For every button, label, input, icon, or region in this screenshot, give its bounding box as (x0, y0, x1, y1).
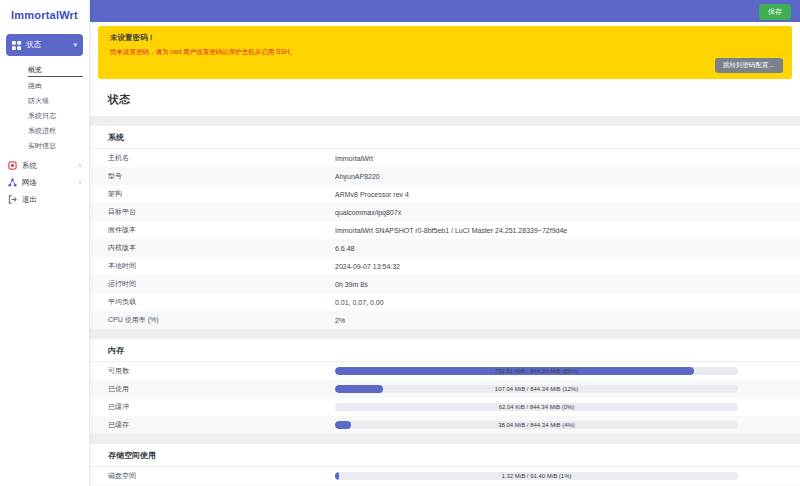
row-value: 0.01, 0.07, 0.00 (335, 299, 800, 306)
sidebar-item-processes[interactable]: 系统进程 (28, 123, 89, 138)
top-header-bar: 保存 (90, 0, 800, 22)
sidebar-group-system[interactable]: 系统 › (0, 157, 89, 174)
go-to-password-config-button[interactable]: 跳转到密码配置… (715, 58, 783, 73)
row-label: 内核版本 (108, 243, 335, 253)
row-value: 2% (335, 317, 800, 324)
row-value: ImmortalWrt (335, 155, 800, 162)
table-row: 已缓存 38.04 MiB / 844.34 MiB (4%) (90, 416, 800, 434)
status-submenu: 概览 路由 防火墙 系统日志 系统进程 实时信息 (0, 60, 89, 157)
row-label: 本地时间 (108, 261, 335, 271)
table-row: 本地时间 2024-09-07 13:54:32 (90, 257, 800, 275)
banner-title: 未设置密码！ (110, 33, 780, 43)
row-label: 可用数 (108, 366, 335, 376)
memory-section: 内存 可用数 752.51 MiB / 844.34 MiB (89%) 已使用… (90, 339, 800, 434)
status-dashboard-icon (12, 41, 21, 50)
sidebar-logout[interactable]: 退出 (0, 191, 89, 208)
row-value: 0h 39m 8s (335, 281, 800, 288)
sidebar-item-realtime-info[interactable]: 实时信息 (28, 138, 89, 153)
chevron-down-icon: ▾ (73, 41, 77, 49)
chevron-right-icon: › (79, 179, 81, 186)
password-warning-banner: 未设置密码！ 尚未设置密码，请为 root 用户设置密码以保护主机并启用 SSH… (98, 26, 792, 79)
progress-bar: 107.04 MiB / 844.34 MiB (12%) (335, 385, 738, 393)
table-row: 运行时间 0h 39m 8s (90, 275, 800, 293)
system-table: 主机名 ImmortalWrt 型号 AhyunAP8220 架构 ARMv8 … (90, 149, 800, 329)
row-label: 磁盘空间 (108, 471, 335, 481)
progress-bar: 38.04 MiB / 844.34 MiB (4%) (335, 421, 738, 429)
table-row: 型号 AhyunAP8220 (90, 167, 800, 185)
sidebar: ImmortalWrt 状态 ▾ 概览 路由 防火墙 系统日志 系统进程 实时信… (0, 0, 90, 486)
system-chip-icon (8, 161, 17, 170)
progress-bar-value: 62.04 KiB / 844.34 MiB (0%) (335, 403, 738, 411)
storage-section: 存储空间使用 磁盘空间 1.32 MiB / 91.40 MiB (1%) 临时… (90, 444, 800, 486)
table-row: 可用数 752.51 MiB / 844.34 MiB (89%) (90, 362, 800, 380)
section-divider (90, 329, 800, 339)
storage-section-title: 存储空间使用 (90, 444, 800, 467)
row-value: 6.6.48 (335, 245, 800, 252)
progress-bar-value: 107.04 MiB / 844.34 MiB (12%) (335, 385, 738, 393)
system-section: 系统 主机名 ImmortalWrt 型号 AhyunAP8220 架构 ARM… (90, 126, 800, 329)
row-label: 固件版本 (108, 225, 335, 235)
sidebar-item-firewall[interactable]: 防火墙 (28, 93, 89, 108)
sidebar-group-system-label: 系统 (22, 161, 79, 171)
row-value: ImmortalWrt SNAPSHOT r0-8bf5eb1 / LuCI M… (335, 227, 800, 234)
sidebar-group-status-label: 状态 (26, 40, 73, 50)
table-row: 已使用 107.04 MiB / 844.34 MiB (12%) (90, 380, 800, 398)
banner-area: 未设置密码！ 尚未设置密码，请为 root 用户设置密码以保护主机并启用 SSH… (90, 22, 800, 79)
row-label: CPU 使用率 (%) (108, 315, 335, 325)
section-divider (90, 434, 800, 444)
page-title-block: 状态 (90, 79, 800, 116)
progress-bar-value: 1.32 MiB / 91.40 MiB (1%) (335, 472, 738, 480)
row-label: 已缓冲 (108, 402, 335, 412)
memory-table: 可用数 752.51 MiB / 844.34 MiB (89%) 已使用 10… (90, 362, 800, 434)
progress-bar: 62.04 KiB / 844.34 MiB (0%) (335, 403, 738, 411)
progress-bar-value: 752.51 MiB / 844.34 MiB (89%) (335, 367, 738, 375)
memory-section-title: 内存 (90, 339, 800, 362)
progress-bar-value: 38.04 MiB / 844.34 MiB (4%) (335, 421, 738, 429)
table-row: 已缓冲 62.04 KiB / 844.34 MiB (0%) (90, 398, 800, 416)
table-row: 平均负载 0.01, 0.07, 0.00 (90, 293, 800, 311)
save-button[interactable]: 保存 (759, 4, 791, 20)
chevron-right-icon: › (79, 162, 81, 169)
sidebar-logout-label: 退出 (22, 195, 81, 205)
immortalwrt-logo: ImmortalWrt (0, 0, 89, 30)
table-row: 架构 ARMv8 Processor rev 4 (90, 185, 800, 203)
table-row: 固件版本 ImmortalWrt SNAPSHOT r0-8bf5eb1 / L… (90, 221, 800, 239)
row-value: AhyunAP8220 (335, 173, 800, 180)
sidebar-item-overview[interactable]: 概览 (28, 63, 83, 77)
table-row: 磁盘空间 1.32 MiB / 91.40 MiB (1%) (90, 467, 800, 485)
system-section-title: 系统 (90, 126, 800, 149)
row-value: ARMv8 Processor rev 4 (335, 191, 800, 198)
section-divider (90, 116, 800, 126)
banner-message: 尚未设置密码，请为 root 用户设置密码以保护主机并启用 SSH。 (110, 48, 780, 57)
table-row: 目标平台 qualcommax/ipq807x (90, 203, 800, 221)
network-share-icon (8, 178, 17, 187)
sidebar-group-network[interactable]: 网络 › (0, 174, 89, 191)
row-label: 已使用 (108, 384, 335, 394)
row-label: 型号 (108, 171, 335, 181)
immortalwrt-status-page: 保存 ImmortalWrt 状态 ▾ 概览 路由 防火墙 系统日志 系统进程 … (0, 0, 800, 486)
main-content: 未设置密码！ 尚未设置密码，请为 root 用户设置密码以保护主机并启用 SSH… (90, 22, 800, 486)
row-label: 目标平台 (108, 207, 335, 217)
row-value: qualcommax/ipq807x (335, 209, 800, 216)
row-label: 主机名 (108, 153, 335, 163)
sidebar-group-status[interactable]: 状态 ▾ (6, 34, 83, 56)
page-title: 状态 (108, 92, 782, 107)
progress-bar: 1.32 MiB / 91.40 MiB (1%) (335, 472, 738, 480)
row-label: 平均负载 (108, 297, 335, 307)
progress-bar: 752.51 MiB / 844.34 MiB (89%) (335, 367, 738, 375)
row-value: 2024-09-07 13:54:32 (335, 263, 800, 270)
storage-table: 磁盘空间 1.32 MiB / 91.40 MiB (1%) 临时空间 1.32… (90, 467, 800, 486)
table-row: 内核版本 6.6.48 (90, 239, 800, 257)
row-label: 架构 (108, 189, 335, 199)
sidebar-item-routes[interactable]: 路由 (28, 78, 89, 93)
row-label: 已缓存 (108, 420, 335, 430)
logout-icon (8, 195, 17, 204)
row-label: 运行时间 (108, 279, 335, 289)
sidebar-item-system-log[interactable]: 系统日志 (28, 108, 89, 123)
table-row: CPU 使用率 (%) 2% (90, 311, 800, 329)
sidebar-group-network-label: 网络 (22, 178, 79, 188)
table-row: 主机名 ImmortalWrt (90, 149, 800, 167)
